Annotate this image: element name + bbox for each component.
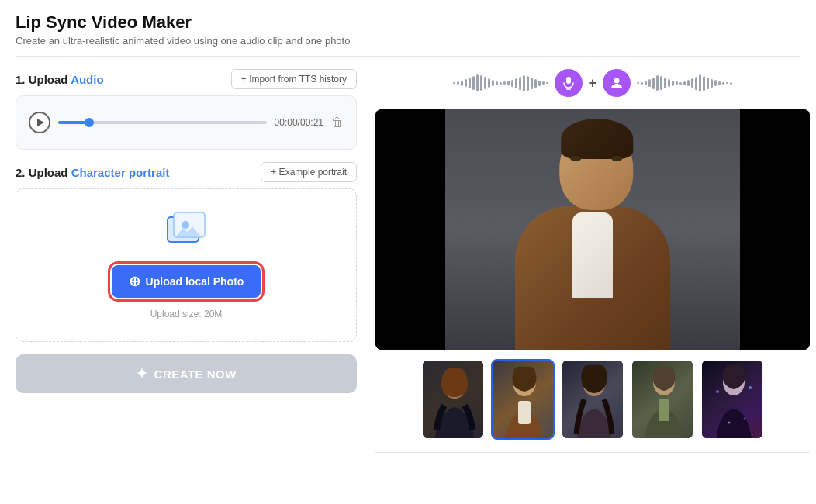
video-portrait [445,109,740,350]
wave-bar [503,81,506,85]
wave-bar [660,76,662,90]
video-inner [375,109,810,350]
upload-btn-label: Upload local Photo [146,275,244,288]
wave-bar [484,77,486,89]
svg-point-22 [744,418,746,420]
left-panel: 1. Upload Audio + Import from TTS histor… [16,69,357,492]
wave-bar [645,81,647,85]
wave-bar [683,81,686,85]
svg-point-6 [614,78,620,84]
thumbnails-row [421,359,764,440]
wave-bar [500,82,502,85]
wave-bar [453,82,455,84]
eye-left [570,156,581,161]
main-content: 1. Upload Audio + Import from TTS histor… [16,69,800,492]
audio-label-highlight: Audio [71,73,104,86]
app-container: Lip Sync Video Maker Create an ultra-rea… [0,0,816,504]
wave-bar [542,81,545,85]
wave-bar [691,78,693,88]
wave-bar [699,74,701,91]
portrait-section-title: 2. Upload Character portrait [16,166,169,179]
app-subtitle: Create an ultra-realistic animated video… [16,35,800,47]
plus-icon: + [589,75,597,91]
wave-bar [722,82,724,85]
wave-bar [707,78,709,89]
upload-photo-button[interactable]: ⊕ Upload local Photo [112,265,261,298]
svg-point-21 [728,422,731,424]
create-btn-label: CREATE NOW [154,368,237,381]
wave-bar [488,78,490,88]
thumb-1-inner [423,361,483,438]
wave-bar [507,81,510,85]
wave-bar [676,81,678,85]
thumbnail-4[interactable] [631,359,694,440]
wave-bar [641,82,643,85]
thumbnail-2[interactable] [491,359,555,440]
wave-bar [523,75,525,91]
upload-plus-icon: ⊕ [129,273,140,290]
person-icon [603,69,631,97]
thumbnail-1[interactable] [421,359,485,440]
head [559,126,633,210]
thumb-4-inner [632,361,693,438]
wave-bar [527,76,529,91]
wave-bar [637,82,639,84]
example-portrait-button[interactable]: + Example portrait [261,162,357,182]
audio-section-title: 1. Upload Audio [16,73,104,86]
bottom-divider [375,452,810,453]
video-black-right [740,109,810,350]
wave-bar [714,80,717,86]
wave-bar [648,79,651,87]
wave-bar [496,81,498,85]
thumb-5-inner [702,361,762,438]
play-button[interactable] [29,112,50,133]
progress-dot [85,118,94,127]
wave-bar [519,77,521,90]
shirt [572,212,613,298]
svg-point-20 [749,386,752,389]
audio-box: 00:00/00:21 🗑 [16,95,357,150]
person-figure [445,109,740,350]
thumbnail-3[interactable] [561,359,624,440]
eye-right [611,156,622,161]
audio-section-header: 1. Upload Audio + Import from TTS histor… [16,69,357,89]
svg-rect-11 [518,401,531,424]
wave-bar [730,82,732,85]
wave-bar [679,82,682,85]
play-icon [37,119,44,126]
suit [515,206,670,350]
video-preview [375,109,810,350]
portrait-label-prefix: 2. Upload [16,166,71,179]
delete-audio-button[interactable]: 🗑 [331,116,344,129]
wave-bar [461,81,463,86]
wave-bar [534,79,537,88]
wave-bar [664,78,666,88]
wave-bar [546,82,548,84]
wave-bar [465,79,467,87]
svg-point-2 [182,221,189,229]
thumb-2-inner [493,361,553,438]
thumbnail-5[interactable] [700,359,764,440]
left-wave-bars [453,72,548,94]
wave-bar [656,75,659,91]
portrait-label-highlight: Character portrait [71,166,170,179]
portrait-upload-box: ⊕ Upload local Photo Upload size: 20M [16,188,357,342]
wave-bar [476,74,479,91]
audio-label-prefix: 1. Upload [16,73,71,86]
wave-bar [457,81,459,85]
time-display: 00:00/00:21 [275,117,323,128]
audio-player: 00:00/00:21 🗑 [29,112,344,133]
wave-bar [711,79,713,88]
import-tts-button[interactable]: + Import from TTS history [231,69,357,89]
wave-bar [492,80,494,86]
progress-bar[interactable] [58,121,267,124]
right-wave-bars [637,72,732,94]
wave-bar [538,81,541,86]
create-now-button[interactable]: ✦ CREATE NOW [16,354,357,393]
right-panel: + [375,69,810,492]
wave-bar [511,80,513,87]
wave-bar [668,79,670,87]
wave-bar [703,76,705,91]
sparkle-icon: ✦ [136,365,148,382]
mic-icon [555,69,583,97]
